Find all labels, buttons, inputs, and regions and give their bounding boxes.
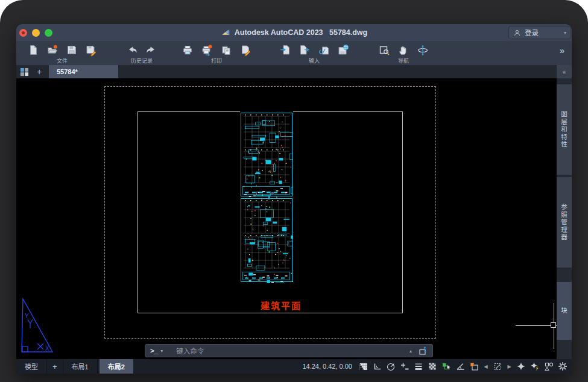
polar-tracking-icon[interactable] bbox=[386, 362, 396, 371]
crosshair-pickbox bbox=[551, 322, 556, 328]
selection-cycling-icon[interactable] bbox=[441, 362, 451, 371]
file-tab-active[interactable]: 55784* bbox=[49, 65, 118, 78]
zoom-window-icon[interactable] bbox=[378, 44, 390, 56]
print-icon[interactable] bbox=[182, 44, 194, 56]
print-preview-icon[interactable] bbox=[220, 44, 232, 56]
tab-layout1[interactable]: 布局1 bbox=[63, 359, 98, 374]
quick-access-toolbar: 文件 历史记录 打印 输入 bbox=[16, 41, 572, 66]
minimize-button[interactable] bbox=[32, 29, 40, 37]
sidebar-collapse-icon[interactable]: « bbox=[557, 65, 572, 78]
drawing-canvas[interactable]: 建筑平面 Y X >_ ▾ 键入命令 ▴ bbox=[16, 78, 557, 359]
window-controls bbox=[19, 29, 52, 37]
angle-icon[interactable] bbox=[455, 362, 465, 371]
toolbar-group-file: 文件 bbox=[27, 41, 97, 65]
toolbar-group-label: 历史记录 bbox=[131, 57, 153, 64]
sidebar-tab-reference-manager[interactable]: 参照管理器 bbox=[557, 177, 572, 268]
isolate-flash-icon[interactable] bbox=[530, 362, 540, 371]
toolbar-overflow-icon[interactable]: » bbox=[560, 45, 564, 55]
import-icon[interactable] bbox=[279, 44, 291, 56]
new-file-icon[interactable] bbox=[27, 44, 39, 56]
ucs-x-label: X bbox=[45, 345, 49, 352]
sidebar-tab-layers-properties[interactable]: 图层和特性 bbox=[557, 84, 572, 175]
toolbar-group-print: 打印 bbox=[182, 41, 251, 65]
attach-icon[interactable] bbox=[318, 44, 330, 56]
toolbar-group-import: 输入 bbox=[279, 41, 349, 65]
ui-shapes-icon[interactable] bbox=[544, 362, 554, 371]
title-bar: Autodesk AutoCAD 2023 55784.dwg 登录 ▾ bbox=[16, 24, 572, 41]
main-area: 建筑平面 Y X >_ ▾ 键入命令 ▴ 图层和特性 参照管理器 bbox=[16, 78, 572, 359]
autocad-logo-icon bbox=[221, 28, 230, 37]
paper-space-icon[interactable] bbox=[358, 362, 368, 371]
settings-gear-icon[interactable] bbox=[558, 362, 567, 371]
undo-icon[interactable] bbox=[126, 44, 138, 56]
close-button[interactable] bbox=[19, 29, 27, 37]
prev-icon[interactable]: ◀ bbox=[483, 364, 488, 369]
toolbar-group-label: 导航 bbox=[398, 57, 409, 64]
coordinates-readout: 14.24, 0.42, 0.00 bbox=[302, 363, 352, 370]
redo-icon[interactable] bbox=[145, 44, 157, 56]
chevron-down-icon[interactable]: ▾ bbox=[160, 348, 163, 354]
viewport-title: 建筑平面 bbox=[242, 299, 320, 312]
ucs-y-label: Y bbox=[25, 313, 29, 319]
toolbar-group-navigation: 导航 bbox=[378, 41, 429, 65]
toolbar-group-label: 打印 bbox=[211, 57, 222, 64]
command-prompt: >_ bbox=[150, 347, 158, 354]
annotation-icon[interactable] bbox=[469, 362, 479, 371]
open-file-icon[interactable] bbox=[46, 44, 58, 56]
sign-in-button[interactable]: 登录 ▾ bbox=[508, 26, 571, 39]
user-icon bbox=[513, 29, 521, 37]
isolate-icon[interactable] bbox=[516, 362, 526, 371]
ortho-icon[interactable] bbox=[372, 362, 382, 371]
export-icon[interactable] bbox=[299, 44, 311, 56]
tab-model[interactable]: 模型 bbox=[16, 359, 47, 374]
status-bar: 模型 + 布局1 布局2 14.24, 0.42, 0.00 ◀ ▶ bbox=[16, 359, 572, 374]
tab-layout2[interactable]: 布局2 bbox=[100, 359, 133, 374]
command-input[interactable]: 键入命令 bbox=[176, 346, 409, 355]
save-web-icon[interactable] bbox=[337, 44, 349, 56]
zoom-button[interactable] bbox=[45, 29, 52, 37]
batch-print-icon[interactable] bbox=[201, 44, 213, 56]
orbit-icon[interactable] bbox=[417, 44, 429, 56]
sidebar-tab-blocks[interactable]: 块 bbox=[557, 282, 572, 340]
floor-plan-viewport[interactable] bbox=[240, 111, 293, 283]
window-title: Autodesk AutoCAD 2023 55784.dwg bbox=[235, 28, 367, 37]
command-history-icon[interactable]: ▴ bbox=[409, 348, 412, 354]
command-line[interactable]: >_ ▾ 键入命令 ▴ bbox=[145, 344, 433, 357]
next-icon[interactable]: ▶ bbox=[507, 364, 512, 369]
toolbar-group-history: 历史记录 bbox=[126, 41, 157, 65]
share-icon[interactable] bbox=[418, 346, 428, 355]
chevron-down-icon: ▾ bbox=[564, 30, 566, 36]
toolbar-group-label: 输入 bbox=[309, 57, 320, 64]
file-tab-bar: + 55784* « bbox=[16, 65, 572, 78]
transparency-icon[interactable] bbox=[428, 362, 437, 371]
file-tab-label: 55784* bbox=[57, 68, 78, 75]
snap-tracking-icon[interactable] bbox=[400, 362, 409, 371]
sign-in-label: 登录 bbox=[525, 28, 539, 37]
right-sidebar: 图层和特性 参照管理器 块 bbox=[557, 78, 572, 359]
autocad-window: Autodesk AutoCAD 2023 55784.dwg 登录 ▾ 文件 … bbox=[16, 24, 572, 374]
save-as-icon[interactable] bbox=[85, 44, 97, 56]
lineweight-icon[interactable] bbox=[414, 362, 423, 371]
new-tab-button[interactable]: + bbox=[34, 67, 44, 77]
ucs-icon: Y X bbox=[17, 296, 55, 357]
annotation-scale-icon[interactable] bbox=[493, 362, 502, 371]
toolbar-group-label: 文件 bbox=[57, 57, 68, 64]
tab-grid-icon[interactable] bbox=[20, 67, 29, 77]
new-layout-button[interactable]: + bbox=[47, 359, 63, 374]
save-icon[interactable] bbox=[66, 44, 78, 56]
pan-icon[interactable] bbox=[397, 44, 409, 56]
page-setup-icon[interactable] bbox=[239, 44, 251, 56]
